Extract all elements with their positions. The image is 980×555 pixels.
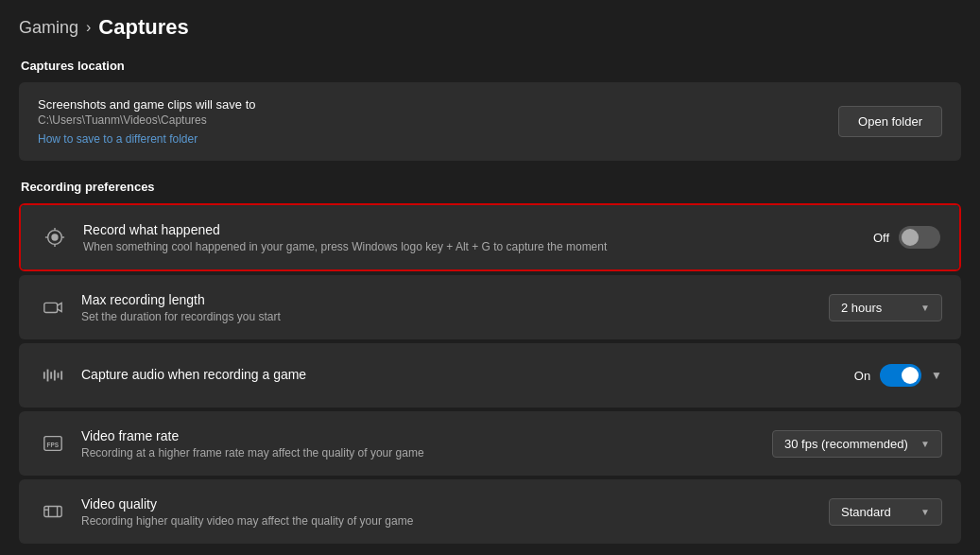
video-quality-dropdown[interactable]: Standard ▼ bbox=[829, 498, 942, 526]
video-frame-rate-description: Recording at a higher frame rate may aff… bbox=[81, 446, 424, 460]
capture-audio-toggle[interactable] bbox=[880, 364, 921, 387]
audio-svg bbox=[43, 365, 63, 386]
video-quality-text: Video quality Recording higher quality v… bbox=[81, 496, 413, 528]
max-recording-length-row: Max recording length Set the duration fo… bbox=[19, 275, 961, 339]
capture-audio-toggle-label: On bbox=[854, 369, 870, 383]
record-icon bbox=[40, 222, 70, 252]
video-quality-left: Video quality Recording higher quality v… bbox=[38, 496, 829, 528]
record-right: Off bbox=[873, 226, 940, 249]
captures-location-text: Screenshots and game clips will save to … bbox=[38, 97, 256, 146]
recording-preferences-title: Recording preferences bbox=[19, 180, 961, 194]
video-frame-rate-left: FPS Video frame rate Recording at a high… bbox=[38, 428, 772, 460]
breadcrumb-parent: Gaming bbox=[19, 18, 78, 38]
fps-icon: FPS bbox=[38, 428, 68, 459]
video-quality-arrow: ▼ bbox=[920, 507, 930, 517]
capture-audio-text: Capture audio when recording a game bbox=[81, 367, 306, 385]
capture-audio-row: Capture audio when recording a game On ▼ bbox=[19, 343, 961, 408]
camera-svg bbox=[43, 297, 63, 318]
video-quality-title: Video quality bbox=[81, 496, 413, 512]
video-quality-value: Standard bbox=[841, 505, 891, 519]
video-quality-right: Standard ▼ bbox=[829, 498, 942, 526]
fps-svg: FPS bbox=[43, 433, 63, 454]
record-what-happened-row: Record what happened When something cool… bbox=[21, 205, 959, 269]
breadcrumb-current: Captures bbox=[98, 15, 188, 40]
record-text: Record what happened When something cool… bbox=[83, 222, 607, 253]
captures-path: C:\Users\Tuanm\Videos\Captures bbox=[38, 113, 256, 127]
breadcrumb-separator: › bbox=[86, 19, 91, 36]
captures-main-text: Screenshots and game clips will save to bbox=[38, 97, 256, 112]
video-frame-rate-title: Video frame rate bbox=[81, 428, 424, 443]
captures-location-title: Captures location bbox=[19, 59, 961, 73]
quality-svg bbox=[43, 501, 63, 522]
max-recording-arrow: ▼ bbox=[920, 303, 930, 313]
svg-point-1 bbox=[51, 234, 58, 240]
record-what-happened-wrapper: Record what happened When something cool… bbox=[19, 203, 961, 271]
max-recording-dropdown[interactable]: 2 hours ▼ bbox=[829, 294, 942, 321]
record-title: Record what happened bbox=[83, 222, 607, 237]
quality-icon bbox=[38, 496, 68, 527]
max-recording-right: 2 hours ▼ bbox=[829, 294, 942, 321]
record-toggle-slider bbox=[899, 226, 940, 249]
video-frame-rate-dropdown[interactable]: 30 fps (recommended) ▼ bbox=[772, 430, 942, 458]
capture-audio-left: Capture audio when recording a game bbox=[38, 360, 854, 390]
open-folder-button[interactable]: Open folder bbox=[838, 106, 942, 137]
max-recording-text: Max recording length Set the duration fo… bbox=[81, 292, 281, 323]
video-quality-row: Video quality Recording higher quality v… bbox=[19, 479, 961, 544]
record-description: When something cool happened in your gam… bbox=[83, 240, 607, 253]
record-toggle-label: Off bbox=[873, 231, 889, 245]
capture-audio-right: On ▼ bbox=[854, 364, 942, 387]
max-recording-description: Set the duration for recordings you star… bbox=[81, 310, 281, 323]
breadcrumb: Gaming › Captures bbox=[19, 15, 961, 40]
max-recording-left: Max recording length Set the duration fo… bbox=[38, 292, 829, 323]
max-recording-value: 2 hours bbox=[841, 301, 882, 315]
captures-location-card: Screenshots and game clips will save to … bbox=[19, 82, 961, 161]
captures-link[interactable]: How to save to a different folder bbox=[38, 132, 198, 146]
svg-text:FPS: FPS bbox=[47, 442, 60, 448]
capture-audio-title: Capture audio when recording a game bbox=[81, 367, 306, 382]
video-quality-description: Recording higher quality video may affec… bbox=[81, 514, 413, 528]
record-left: Record what happened When something cool… bbox=[40, 222, 873, 253]
svg-rect-6 bbox=[44, 303, 58, 312]
camera-icon bbox=[38, 292, 68, 322]
video-frame-rate-arrow: ▼ bbox=[920, 439, 930, 449]
audio-icon bbox=[38, 360, 68, 390]
video-frame-rate-text: Video frame rate Recording at a higher f… bbox=[81, 428, 424, 460]
video-frame-rate-value: 30 fps (recommended) bbox=[784, 437, 908, 451]
capture-audio-toggle-slider bbox=[880, 364, 921, 387]
svg-rect-15 bbox=[44, 507, 61, 517]
video-frame-rate-row: FPS Video frame rate Recording at a high… bbox=[19, 411, 961, 476]
record-toggle[interactable] bbox=[899, 226, 940, 249]
video-frame-rate-right: 30 fps (recommended) ▼ bbox=[772, 430, 942, 458]
max-recording-title: Max recording length bbox=[81, 292, 281, 307]
capture-audio-expand[interactable]: ▼ bbox=[931, 369, 942, 382]
recording-preferences-section: Recording preferences bbox=[19, 180, 961, 544]
page-container: Gaming › Captures Captures location Scre… bbox=[0, 0, 980, 555]
record-svg bbox=[44, 227, 65, 248]
